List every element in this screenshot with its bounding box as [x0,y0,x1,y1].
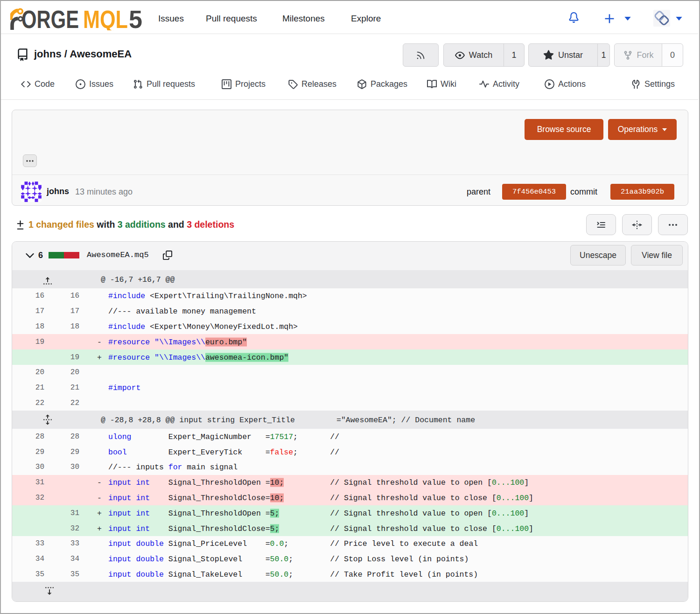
svg-text:5: 5 [129,6,142,30]
svg-text:MQL: MQL [83,6,128,30]
svg-text:ORGE: ORGE [21,6,79,30]
